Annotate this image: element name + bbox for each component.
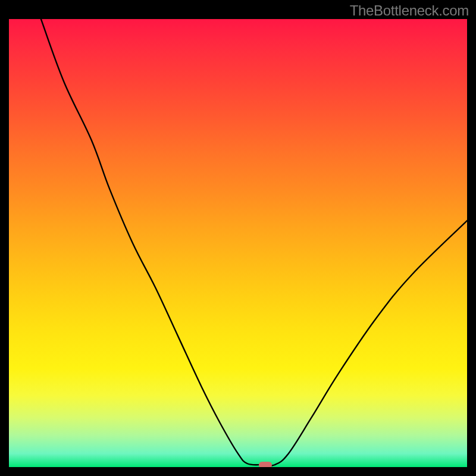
attribution-text: TheBottleneck.com bbox=[350, 2, 469, 19]
curve-svg bbox=[9, 19, 467, 467]
chart-container: TheBottleneck.com bbox=[0, 0, 476, 476]
bottleneck-curve-path bbox=[41, 19, 467, 466]
plot-area bbox=[9, 19, 467, 467]
bottleneck-marker bbox=[259, 462, 272, 467]
